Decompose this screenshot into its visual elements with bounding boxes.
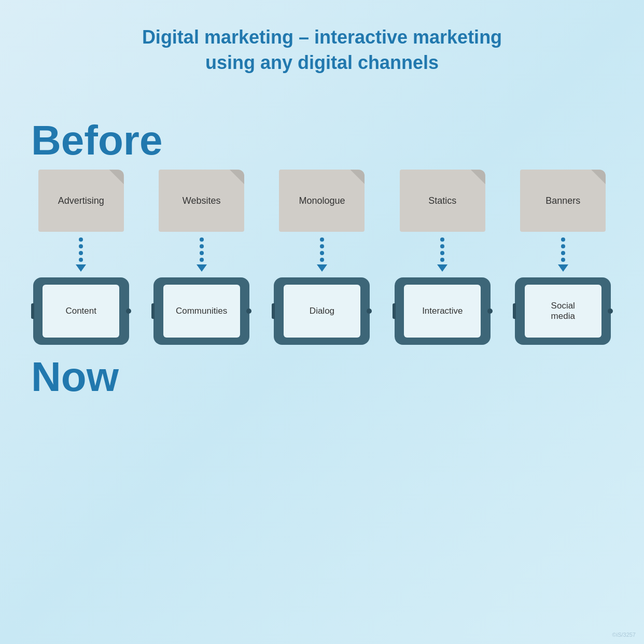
arrow-down-5	[558, 234, 568, 275]
dot	[440, 237, 444, 242]
arrow-down-2	[197, 234, 207, 275]
dot	[200, 258, 204, 262]
doc-card-monologue: Monologue	[279, 170, 365, 232]
doc-card-banners: Banners	[520, 170, 606, 232]
arrow-head	[317, 264, 327, 272]
tablet-interactive: Interactive	[395, 277, 491, 345]
doc-card-statics: Statics	[400, 170, 485, 232]
column-2: Websites Communities	[153, 170, 249, 345]
page-title: Digital marketing – interactive marketin…	[0, 0, 644, 86]
dot	[561, 237, 565, 242]
column-1: Advertising Content	[33, 170, 129, 345]
dot	[320, 244, 324, 248]
arrow-head	[437, 264, 447, 272]
dot	[440, 251, 444, 255]
columns-area: Advertising Content Websites	[0, 170, 644, 345]
arrow-head	[76, 264, 86, 272]
dot	[200, 251, 204, 255]
arrow-down-4	[437, 234, 447, 275]
column-4: Statics Interactive	[395, 170, 491, 345]
dot	[200, 237, 204, 242]
dot	[79, 251, 83, 255]
before-label: Before	[0, 117, 644, 164]
doc-card-websites: Websites	[159, 170, 244, 232]
tablet-dialog: Dialog	[274, 277, 370, 345]
arrow-down-1	[76, 234, 86, 275]
column-3: Monologue Dialog	[274, 170, 370, 345]
dot	[440, 258, 444, 262]
column-5: Banners Social media	[515, 170, 611, 345]
dot	[320, 237, 324, 242]
tablet-communities: Communities	[153, 277, 249, 345]
doc-card-advertising: Advertising	[38, 170, 124, 232]
dot	[440, 244, 444, 248]
arrow-head	[197, 264, 207, 272]
tablet-social-media: Social media	[515, 277, 611, 345]
arrow-down-3	[317, 234, 327, 275]
dot	[79, 244, 83, 248]
dot	[561, 251, 565, 255]
dot	[79, 258, 83, 262]
watermark: ©iS/3257	[612, 632, 636, 638]
dot	[561, 258, 565, 262]
dot	[561, 244, 565, 248]
tablet-content: Content	[33, 277, 129, 345]
arrow-head	[558, 264, 568, 272]
dot	[320, 251, 324, 255]
dot	[320, 258, 324, 262]
dot	[200, 244, 204, 248]
now-label: Now	[0, 353, 644, 401]
dot	[79, 237, 83, 242]
